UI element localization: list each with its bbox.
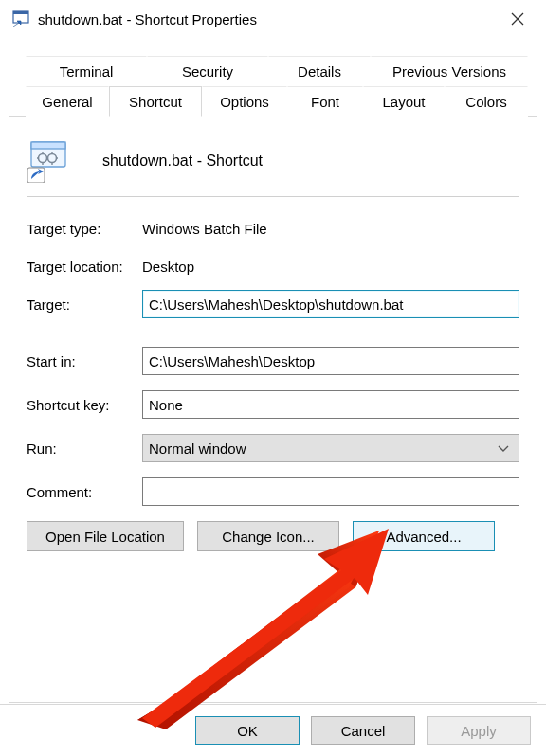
tab-security[interactable]: Security xyxy=(147,56,268,86)
tab-details[interactable]: Details xyxy=(268,56,371,86)
change-icon-button[interactable]: Change Icon... xyxy=(197,521,339,551)
shortcut-file-icon xyxy=(27,139,70,183)
tab-general[interactable]: General xyxy=(26,86,109,117)
tab-row-front: General Shortcut Options Font Layout Col… xyxy=(9,86,537,117)
run-dropdown[interactable]: Normal window xyxy=(142,434,519,462)
window-icon xyxy=(11,9,30,28)
tab-layout[interactable]: Layout xyxy=(363,86,445,117)
row-comment: Comment: xyxy=(27,477,519,506)
row-shortcut-key: Shortcut key: xyxy=(27,390,519,419)
apply-button[interactable]: Apply xyxy=(427,716,531,745)
value-target-type: Windows Batch File xyxy=(142,221,267,237)
shortcut-key-input[interactable] xyxy=(142,390,519,419)
label-shortcut-key: Shortcut key: xyxy=(27,397,142,413)
shortcut-name: shutdown.bat - Shortcut xyxy=(102,153,263,170)
panel-button-row: Open File Location Change Icon... Advanc… xyxy=(27,521,519,551)
start-in-input[interactable] xyxy=(142,347,519,375)
title-bar: shutdown.bat - Shortcut Properties xyxy=(0,0,546,38)
tab-font[interactable]: Font xyxy=(287,86,363,117)
tab-shortcut[interactable]: Shortcut xyxy=(109,86,202,117)
dialog-body: Terminal Security Details Previous Versi… xyxy=(8,38,538,704)
ok-button[interactable]: OK xyxy=(195,716,300,745)
svg-rect-3 xyxy=(31,142,65,149)
row-target: Target: xyxy=(27,290,519,318)
label-comment: Comment: xyxy=(27,484,142,500)
value-target-location: Desktop xyxy=(142,259,194,275)
chevron-down-icon xyxy=(498,441,509,456)
tab-row-back: Terminal Security Details Previous Versi… xyxy=(9,56,537,86)
target-input[interactable] xyxy=(142,290,519,318)
window-title: shutdown.bat - Shortcut Properties xyxy=(38,11,500,27)
advanced-button[interactable]: Advanced... xyxy=(353,521,495,551)
cancel-button[interactable]: Cancel xyxy=(311,716,415,745)
row-start-in: Start in: xyxy=(27,347,519,375)
label-run: Run: xyxy=(27,441,142,457)
label-target-type: Target type: xyxy=(27,221,142,237)
tab-colors[interactable]: Colors xyxy=(445,86,528,117)
dialog-footer: OK Cancel Apply xyxy=(0,704,546,756)
shortcut-panel: shutdown.bat - Shortcut Target type: Win… xyxy=(9,117,537,703)
tab-options[interactable]: Options xyxy=(202,86,287,117)
label-start-in: Start in: xyxy=(27,353,142,369)
svg-rect-6 xyxy=(27,168,45,183)
open-file-location-button[interactable]: Open File Location xyxy=(27,521,184,551)
label-target: Target: xyxy=(27,297,142,313)
row-run: Run: Normal window xyxy=(27,434,519,462)
panel-header: shutdown.bat - Shortcut xyxy=(27,139,519,197)
label-target-location: Target location: xyxy=(27,259,142,275)
row-target-location: Target location: Desktop xyxy=(27,252,519,280)
svg-rect-1 xyxy=(13,11,28,14)
run-dropdown-value: Normal window xyxy=(149,441,246,457)
tab-previous-versions[interactable]: Previous Versions xyxy=(371,56,528,86)
close-button[interactable] xyxy=(500,6,535,32)
row-target-type: Target type: Windows Batch File xyxy=(27,214,519,243)
tab-terminal[interactable]: Terminal xyxy=(26,56,147,86)
comment-input[interactable] xyxy=(142,477,519,506)
